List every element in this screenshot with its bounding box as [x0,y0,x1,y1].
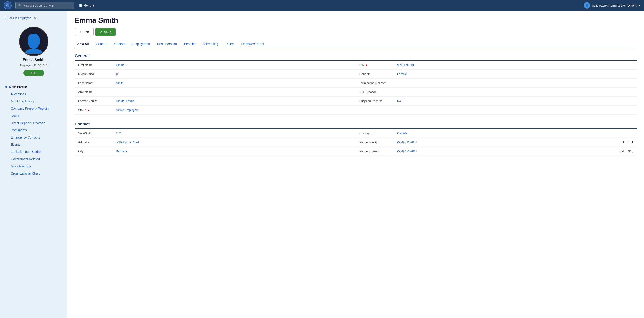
tab-dates[interactable]: Dates [224,40,234,48]
employee-avatar-section: 👤 Emma Smith Employee ID: 001013 ACT [0,23,67,80]
nav-item-label: Direct Deposit Directives [11,121,45,125]
field-value: Female [397,72,633,76]
field-value: 999-999-998 [397,63,633,67]
sidebar-item-main-profile[interactable]: Main Profile [0,83,67,91]
field-label: First Name: [78,63,114,67]
required-star: ★ [87,109,90,111]
sidebar-item-events[interactable]: Events [0,141,67,148]
sidebar-item-miscellaneous[interactable]: Miscellaneous [0,163,67,170]
field-label: SIN ★ [359,63,395,67]
nav-active-dot [6,86,7,88]
general-field-right-2: Termination Reason: [356,79,637,88]
nav-item-label: Main Profile [9,85,27,89]
edit-button[interactable]: ✏ Edit [75,28,94,36]
general-field-right-3: ROE Reason: [356,88,637,97]
tab-contact[interactable]: Contact [113,40,126,48]
contact-field-left-2: City:Burnaby [75,147,356,156]
general-field-left-3: AKA Name: [75,88,356,97]
general-field-left-4: Former Name:Diputs, Emma [75,97,356,106]
nav-item-label: Dates [11,114,19,118]
tab-show-all[interactable]: Show All [75,40,90,48]
tab-employment[interactable]: Employment [132,40,151,48]
general-field-left-5: Status ★Active Employee [75,106,356,115]
nav-item-label: Government Related [11,157,40,161]
field-label: Suspend Record: [359,99,395,103]
sidebar-item-direct-deposit-directives[interactable]: Direct Deposit Directives [0,119,67,126]
field-label: Country: [359,131,395,135]
sidebar-item-allocations[interactable]: Allocations [0,91,67,98]
sidebar-item-dates[interactable]: Dates [0,112,67,119]
nav-item-label: Allocations [11,92,26,96]
field-label: AKA Name: [78,90,114,94]
sidebar-item-audit-log-inquiry[interactable]: Audit Log Inquiry [0,98,67,105]
field-label: Phone (Home): [359,149,395,153]
contact-section: Contact Suite/Apt:202Country:CanadaAddre… [75,122,637,156]
ext-value: 1 [632,140,633,144]
ext-value: 350 [628,149,633,153]
save-button[interactable]: ✓ Save [95,28,116,36]
general-field-right-1: Gender:Female [356,70,637,79]
ext-label: Ext.: [623,140,629,144]
field-value: No [397,99,633,103]
ext-label: Ext.: [620,149,626,153]
sidebar-item-emergency-contacts[interactable]: Emergency Contacts [0,134,67,141]
field-value: Canada [397,131,633,135]
nav-item-label: Miscellaneous [11,165,31,168]
main-content: Emma Smith ✏ Edit ✓ Save Show AllGeneral… [68,11,644,318]
field-value: Smith [116,81,352,85]
menu-button[interactable]: ☰ Menu ▾ [79,4,94,7]
field-label: Phone (Work): [359,140,395,144]
tab-employee-portal[interactable]: Employee Portal [240,40,265,48]
field-label: Suite/Apt: [78,131,114,135]
tab-benefits[interactable]: Benefits [183,40,196,48]
general-field-left-1: Middle Initial:X [75,70,356,79]
field-label: Middle Initial: [78,72,114,76]
general-field-right-4: Suspend Record:No [356,97,637,106]
back-to-list-link[interactable]: « Back to Employee List [0,15,67,23]
action-bar: ✏ Edit ✓ Save [75,28,637,36]
sidebar-item-documents[interactable]: Documents [0,126,67,134]
general-field-right-5 [356,106,637,115]
sidebar-item-company-property-registry[interactable]: Company Property Registry [0,105,67,112]
check-icon: ✓ [100,30,102,34]
tab-general[interactable]: General [95,40,108,48]
general-field-left-2: Last Name:Smith [75,79,356,88]
field-label: Address: [78,140,114,144]
general-fields-grid: First Name:EmmaSIN ★999-999-998Middle In… [75,61,637,115]
general-field-right-0: SIN ★999-999-998 [356,61,637,70]
search-input[interactable]: 🔍 Find a Screen (Ctrl + S) [15,2,74,9]
nav-item-label: Organizational Chart [11,172,40,175]
field-label: Former Name: [78,99,114,103]
sidebar-item-exclusion-item-codes[interactable]: Exclusion Item Codes [0,148,67,155]
avatar: 👤 [19,27,48,56]
sidebar-item-government-related[interactable]: Government Related [0,155,67,163]
nav-item-label: Audit Log Inquiry [11,100,34,103]
field-value: Active Employee [116,108,352,112]
contact-fields-grid: Suite/Apt:202Country:CanadaAddress:5489 … [75,129,637,156]
search-icon: 🔍 [18,4,22,7]
contact-field-left-1: Address:5489 Byrne Road [75,138,356,147]
page-title: Emma Smith [75,16,637,25]
field-value: (604) 562-9852 [397,140,620,144]
back-arrow-icon: « [4,16,6,20]
nav-item-label: Events [11,143,20,146]
tab-remuneration[interactable]: Remuneration [156,40,178,48]
field-value: X [116,72,352,76]
general-section-title: General [75,54,637,61]
nav-item-label: Emergency Contacts [11,135,40,139]
tab-bar: Show AllGeneralContactEmploymentRemunera… [75,40,637,48]
field-label: City: [78,149,114,153]
menu-chevron-icon: ▾ [93,4,94,7]
field-value: Diputs, Emma [116,99,352,103]
field-value: Burnaby [116,149,352,153]
logo-area: PG [4,1,12,10]
tab-scheduling[interactable]: Scheduling [202,40,219,48]
user-menu[interactable]: 👤 Sally Payroll Administrator (DMRT) ▾ [584,2,640,9]
field-label: Last Name: [78,81,114,85]
svg-text:PG: PG [6,4,9,6]
sidebar-item-organizational-chart[interactable]: Organizational Chart [0,170,67,177]
contact-field-left-0: Suite/Apt:202 [75,129,356,138]
required-star: ★ [365,64,368,66]
edit-icon: ✏ [80,30,82,34]
avatar-silhouette-icon: 👤 [22,35,45,53]
